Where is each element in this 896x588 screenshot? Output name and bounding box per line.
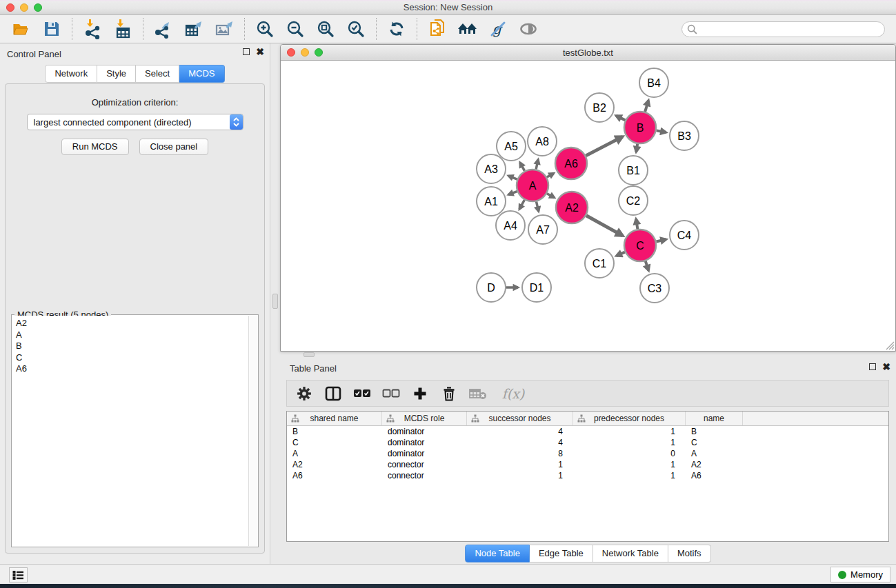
cell-predecessor-nodes[interactable]: 1	[573, 427, 686, 436]
optimization-criterion-select[interactable]: largest connected component (directed)	[27, 114, 243, 130]
cell-predecessor-nodes[interactable]: 1	[573, 438, 686, 447]
cell-name[interactable]: A6	[686, 471, 743, 480]
network-window-titlebar[interactable]: testGlobe.txt	[281, 45, 895, 61]
graph-edge-B-B1[interactable]	[636, 144, 637, 152]
tab-network-table[interactable]: Network Table	[593, 545, 668, 562]
graph-edge-A-A1[interactable]	[508, 192, 517, 195]
float-table-panel-icon[interactable]	[869, 363, 876, 370]
graph-edge-A-A3[interactable]	[508, 176, 517, 179]
cell-shared-name[interactable]: A2	[287, 460, 382, 469]
column-header-name[interactable]: name	[686, 412, 743, 425]
graph-edge-A2-C[interactable]	[586, 216, 623, 236]
result-list-scrollbar[interactable]	[248, 316, 257, 546]
network-graph[interactable]: AA1A2A3A4A5A6A7A8BB1B2B3B4CC1C2C3C4DD1	[281, 61, 895, 350]
deselect-all-columns-button[interactable]	[379, 383, 403, 404]
zoom-fit-button[interactable]	[314, 17, 337, 41]
tab-mcds[interactable]: MCDS	[179, 65, 224, 83]
cell-successor-nodes[interactable]: 1	[467, 460, 573, 469]
graph-edge-A-A4[interactable]	[519, 200, 524, 209]
export-table-button[interactable]	[182, 17, 206, 41]
cell-shared-name[interactable]: A6	[287, 471, 382, 480]
graph-edge-C-C3[interactable]	[646, 261, 649, 271]
graph-edge-A-A2[interactable]	[547, 194, 555, 198]
table-row[interactable]: A dominator 8 0 A	[287, 448, 888, 459]
table-row[interactable]: A2 connector 1 1 A2	[287, 459, 888, 470]
table-settings-button[interactable]	[292, 383, 316, 404]
graph-node-C2[interactable]: C2	[619, 186, 648, 215]
graph-node-C3[interactable]: C3	[640, 274, 669, 303]
save-session-button[interactable]	[40, 17, 63, 41]
zoom-selected-button[interactable]	[344, 17, 368, 41]
cell-shared-name[interactable]: C	[287, 438, 382, 447]
task-history-button[interactable]	[9, 567, 28, 582]
cell-mcds-role[interactable]: dominator	[382, 449, 467, 458]
zoom-out-button[interactable]	[283, 17, 307, 41]
graph-node-C[interactable]: C	[624, 230, 656, 261]
graph-node-A5[interactable]: A5	[497, 132, 526, 161]
graph-node-C1[interactable]: C1	[585, 249, 614, 278]
column-header-mcds-role[interactable]: MCDS role	[382, 412, 467, 425]
vertical-splitter[interactable]	[270, 43, 280, 564]
tab-style[interactable]: Style	[97, 65, 136, 83]
graph-edge-B-B2[interactable]	[616, 116, 625, 121]
cell-name[interactable]: A2	[686, 460, 743, 469]
cell-predecessor-nodes[interactable]: 0	[573, 449, 686, 458]
network-canvas[interactable]: AA1A2A3A4A5A6A7A8BB1B2B3B4CC1C2C3C4DD1	[281, 61, 895, 351]
add-column-button[interactable]	[408, 383, 432, 404]
horizontal-splitter[interactable]	[303, 352, 315, 357]
cell-name[interactable]: B	[686, 427, 743, 436]
graph-edge-A-A7[interactable]	[537, 201, 539, 211]
export-image-button[interactable]	[212, 17, 236, 41]
delete-table-button[interactable]	[466, 383, 490, 404]
result-item[interactable]: B	[16, 341, 245, 352]
cell-predecessor-nodes[interactable]: 1	[573, 471, 686, 480]
graph-node-A7[interactable]: A7	[528, 215, 557, 244]
open-file-button[interactable]	[10, 17, 33, 41]
result-item[interactable]: A	[16, 330, 245, 341]
delete-column-button[interactable]	[437, 383, 461, 404]
export-network-button[interactable]	[152, 17, 175, 41]
cell-shared-name[interactable]: B	[287, 427, 382, 436]
graph-edge-A6-B[interactable]	[586, 136, 622, 156]
graph-node-B1[interactable]: B1	[619, 156, 648, 185]
graph-edge-C-C4[interactable]	[656, 239, 666, 241]
cell-mcds-role[interactable]: connector	[382, 471, 467, 480]
search-input[interactable]	[681, 21, 885, 37]
zoom-in-button[interactable]	[253, 17, 277, 41]
graph-edge-A-A6[interactable]	[547, 173, 554, 177]
cell-predecessor-nodes[interactable]: 1	[573, 460, 686, 469]
graph-node-A2[interactable]: A2	[556, 192, 588, 223]
column-view-button[interactable]	[321, 383, 345, 404]
graph-node-C4[interactable]: C4	[670, 221, 699, 250]
graph-node-A[interactable]: A	[517, 170, 548, 201]
graph-node-A6[interactable]: A6	[555, 148, 587, 179]
import-table-button[interactable]	[111, 17, 135, 41]
cell-successor-nodes[interactable]: 8	[467, 449, 573, 458]
cell-successor-nodes[interactable]: 4	[467, 438, 573, 447]
cell-mcds-role[interactable]: connector	[382, 460, 467, 469]
home-button[interactable]	[456, 17, 479, 41]
column-header-shared-name[interactable]: shared name	[287, 412, 382, 425]
select-all-columns-button[interactable]	[350, 383, 374, 404]
cell-mcds-role[interactable]: dominator	[382, 427, 467, 436]
graph-node-B4[interactable]: B4	[639, 68, 668, 97]
graph-node-B3[interactable]: B3	[670, 121, 699, 150]
graph-edge-B-B4[interactable]	[645, 101, 648, 112]
cell-successor-nodes[interactable]: 1	[467, 471, 573, 480]
import-network-button[interactable]	[81, 17, 104, 41]
splitter-grip[interactable]	[272, 294, 278, 309]
tab-network[interactable]: Network	[45, 65, 97, 83]
toggle-graphics-details-button[interactable]: g	[486, 17, 510, 41]
graph-edge-A-A5[interactable]	[520, 163, 525, 171]
birdseye-view-button[interactable]	[517, 17, 540, 41]
memory-button[interactable]: Memory	[830, 567, 890, 582]
close-panel-icon[interactable]: ✖	[256, 48, 264, 55]
tab-select[interactable]: Select	[136, 65, 179, 83]
table-row[interactable]: C dominator 4 1 C	[287, 437, 888, 448]
function-builder-button[interactable]: f(x)	[495, 383, 531, 404]
cell-successor-nodes[interactable]: 4	[467, 427, 573, 436]
duplicate-network-button[interactable]	[426, 17, 449, 41]
close-panel-button[interactable]: Close panel	[139, 139, 209, 155]
table-row[interactable]: A6 connector 1 1 A6	[287, 470, 888, 481]
refresh-button[interactable]	[385, 17, 408, 41]
